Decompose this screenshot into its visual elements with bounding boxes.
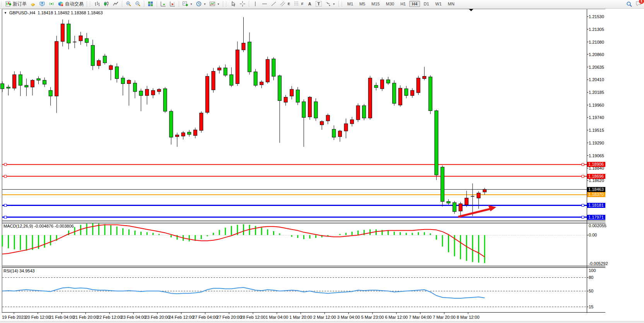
- price-axis-tick: 1.20635: [589, 65, 606, 70]
- chart-canvas[interactable]: [0, 0, 644, 323]
- price-tag[interactable]: 1.18696: [587, 174, 605, 179]
- price-axis-tick: 1.19290: [589, 141, 606, 145]
- macd-axis-min: -0.005292: [589, 261, 606, 266]
- mt4-window: 新订单: [0, 0, 644, 323]
- rsi-axis-label: 100: [589, 268, 606, 273]
- symbol-period: GBPUSD-,H4: [9, 10, 35, 15]
- price-axis-tick: 1.19960: [589, 103, 606, 107]
- price-axis-tick: 1.20185: [589, 90, 606, 95]
- price-tag[interactable]: 1.18181: [587, 203, 605, 208]
- macd-axis-zero: 0.00: [589, 233, 606, 237]
- symbol-dropdown-icon[interactable]: ▼: [4, 11, 7, 15]
- price-axis-tick: 1.21080: [589, 40, 606, 44]
- window-bottom-edge: [0, 321, 644, 323]
- price-tag[interactable]: 1.18463: [587, 187, 605, 192]
- macd-axis-max: 0.002055: [589, 223, 606, 228]
- rsi-axis-label: 15: [589, 304, 606, 309]
- price-axis-tick: 1.21530: [589, 14, 606, 19]
- chart-title: ▼GBPUSD-,H4 1.18418 1.18492 1.18368 1.18…: [4, 10, 103, 15]
- price-tag[interactable]: 1.18906: [587, 162, 605, 167]
- rsi-indicator-label: RSI(14) 34.9543: [3, 269, 35, 273]
- price-tag[interactable]: 1.18370: [587, 192, 605, 197]
- price-axis-tick: 1.19065: [589, 153, 606, 158]
- rsi-axis-label: 80: [589, 275, 606, 280]
- price-axis-tick: 1.19740: [589, 115, 606, 120]
- price-axis-tick: 1.19515: [589, 128, 606, 133]
- price-axis-tick: 1.20410: [589, 77, 606, 82]
- price-tag[interactable]: 1.17971: [587, 215, 605, 220]
- macd-indicator-label: MACD(12,26,9) -0.004876 -0.003806: [3, 224, 74, 228]
- ohlc-values: 1.18418 1.18492 1.18368 1.18463: [38, 10, 102, 15]
- price-axis-tick: 1.21305: [589, 27, 606, 32]
- time-axis-label: 8 Mar 12:00: [450, 315, 486, 320]
- price-axis-tick: 1.20860: [589, 52, 606, 57]
- rsi-axis-label: 50: [589, 289, 606, 293]
